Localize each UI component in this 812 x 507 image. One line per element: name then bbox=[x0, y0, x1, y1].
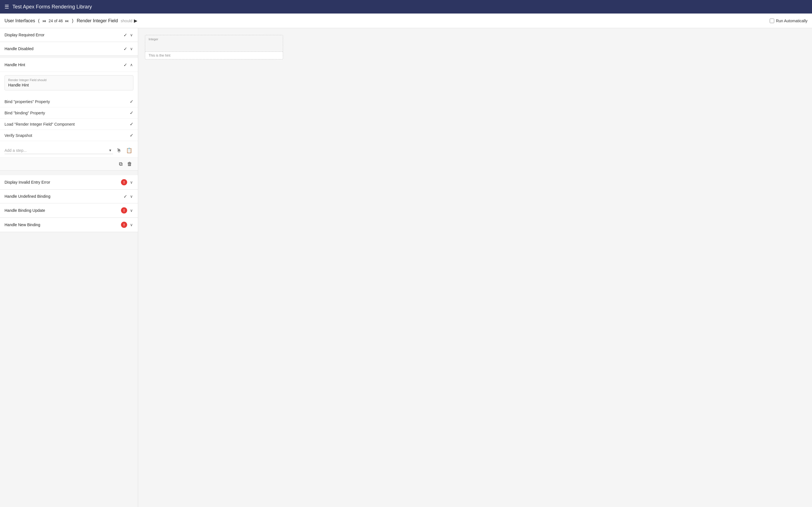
main-content: Display Required Error ∨ Handle Disabled… bbox=[0, 28, 812, 507]
collapse-button[interactable]: ∨ bbox=[130, 179, 133, 185]
check-icon bbox=[130, 110, 133, 115]
check-icon bbox=[130, 121, 133, 127]
expanded-section-actions: ∧ bbox=[123, 62, 133, 68]
menu-icon[interactable]: ☰ bbox=[4, 4, 9, 10]
section-title: User Interfaces bbox=[4, 18, 35, 23]
app-header: ☰ Test Apex Forms Rendering Library bbox=[0, 0, 812, 13]
field-wrapper: Integer This is the hint bbox=[145, 35, 283, 59]
integer-field-input[interactable] bbox=[145, 41, 283, 52]
check-icon bbox=[123, 33, 127, 38]
step-item: Bind "binding" Property bbox=[0, 107, 138, 119]
expanded-section-header: Handle Hint ∧ bbox=[0, 58, 138, 72]
collapse-button[interactable]: ∨ bbox=[130, 46, 133, 52]
check-icon bbox=[123, 62, 127, 68]
action-row: ⧉ 🗑 bbox=[0, 158, 138, 170]
list-item-actions: ∨ bbox=[123, 193, 133, 199]
list-item: Handle Binding Update ! ∨ bbox=[0, 203, 138, 218]
collapse-button[interactable]: ∨ bbox=[130, 32, 133, 38]
collapse-button[interactable]: ∨ bbox=[130, 208, 133, 213]
expanded-section: Handle Hint ∧ Render Integer Field shoul… bbox=[0, 58, 138, 171]
step-item: Bind "properties" Property bbox=[0, 96, 138, 107]
expanded-section-label: Handle Hint bbox=[4, 62, 25, 67]
nav-last-button[interactable]: ⏭ bbox=[64, 18, 70, 24]
step-label: Verify Snapshot bbox=[4, 133, 32, 138]
step-label: Bind "binding" Property bbox=[4, 111, 45, 115]
add-step-select-wrapper: Add a step... ▼ bbox=[4, 147, 113, 154]
right-panel: Integer This is the hint bbox=[138, 28, 812, 507]
collapse-expanded-button[interactable]: ∧ bbox=[130, 62, 133, 68]
nav-first-button[interactable]: ⏮ bbox=[41, 18, 47, 24]
play-button[interactable]: ▶ bbox=[134, 18, 137, 23]
list-item: Handle New Binding ! ∨ bbox=[0, 218, 138, 232]
check-icon bbox=[123, 194, 127, 199]
description-box: Render Integer Field should Handle Hint bbox=[4, 75, 133, 91]
step-item: Verify Snapshot bbox=[0, 130, 138, 141]
step-label: Bind "properties" Property bbox=[4, 100, 50, 104]
collapse-button[interactable]: ∨ bbox=[130, 222, 133, 228]
hint-text: This is the hint bbox=[145, 52, 283, 59]
delete-section-button[interactable]: 🗑 bbox=[126, 161, 133, 168]
collapse-button[interactable]: ∨ bbox=[130, 193, 133, 199]
field-label: Integer bbox=[145, 35, 283, 41]
test-title: Render Integer Field bbox=[77, 18, 118, 23]
error-badge: ! bbox=[121, 207, 127, 214]
list-item-actions: ! ∨ bbox=[121, 207, 133, 214]
list-item: Display Required Error ∨ bbox=[0, 28, 138, 42]
exclamation-icon: ! bbox=[123, 223, 124, 227]
list-item-actions: ! ∨ bbox=[121, 222, 133, 228]
list-item-actions: ∨ bbox=[123, 46, 133, 52]
exclamation-icon: ! bbox=[123, 209, 124, 213]
check-icon bbox=[130, 133, 133, 138]
section-gap bbox=[0, 56, 138, 58]
list-item-label: Handle Binding Update bbox=[4, 208, 45, 213]
run-automatically-control: Run Automatically bbox=[770, 18, 808, 23]
list-item: Display Invalid Entry Error ! ∨ bbox=[0, 175, 138, 189]
add-step-row: Add a step... ▼ 🖱 📋 bbox=[0, 144, 138, 158]
description-sub: Render Integer Field should bbox=[8, 78, 130, 82]
subheader-left: User Interfaces ( ⏮ 24 of 46 ⏭ ) Render … bbox=[4, 18, 137, 24]
copy-section-button[interactable]: ⧉ bbox=[118, 161, 124, 168]
section-gap bbox=[0, 173, 138, 175]
list-item-actions: ∨ bbox=[123, 32, 133, 38]
list-item-actions: ! ∨ bbox=[121, 179, 133, 185]
list-item-label: Display Invalid Entry Error bbox=[4, 180, 50, 184]
clipboard-icon-button[interactable]: 📋 bbox=[125, 147, 133, 154]
exclamation-icon: ! bbox=[123, 180, 124, 184]
nav-controls: ⏮ 24 of 46 ⏭ bbox=[41, 18, 70, 24]
add-step-select[interactable]: Add a step... bbox=[4, 147, 113, 154]
error-badge: ! bbox=[121, 179, 127, 185]
form-preview: Integer This is the hint bbox=[145, 35, 283, 59]
run-automatically-label: Run Automatically bbox=[776, 18, 808, 23]
step-item: Load "Render Integer Field" Component bbox=[0, 119, 138, 130]
should-label: should bbox=[121, 18, 132, 23]
subheader: User Interfaces ( ⏮ 24 of 46 ⏭ ) Render … bbox=[0, 13, 812, 28]
list-item-label: Handle Undefined Binding bbox=[4, 194, 50, 199]
nav-open-paren: ( bbox=[37, 18, 40, 23]
list-item-label: Handle New Binding bbox=[4, 223, 40, 227]
list-item-label: Display Required Error bbox=[4, 33, 45, 37]
check-icon bbox=[123, 46, 127, 52]
check-icon bbox=[130, 99, 133, 104]
nav-close-paren: ) bbox=[72, 18, 73, 23]
app-title: Test Apex Forms Rendering Library bbox=[12, 4, 92, 10]
error-badge: ! bbox=[121, 222, 127, 228]
left-panel: Display Required Error ∨ Handle Disabled… bbox=[0, 28, 138, 507]
list-item: Handle Undefined Binding ∨ bbox=[0, 189, 138, 203]
description-main: Handle Hint bbox=[8, 83, 130, 87]
list-item: Handle Disabled ∨ bbox=[0, 42, 138, 56]
nav-position: 24 of 46 bbox=[49, 18, 63, 23]
steps-list: Bind "properties" Property Bind "binding… bbox=[0, 94, 138, 144]
step-label: Load "Render Integer Field" Component bbox=[4, 122, 75, 126]
run-automatically-checkbox[interactable] bbox=[770, 18, 774, 23]
mouse-icon-button[interactable]: 🖱 bbox=[115, 147, 123, 154]
list-item-label: Handle Disabled bbox=[4, 47, 34, 51]
